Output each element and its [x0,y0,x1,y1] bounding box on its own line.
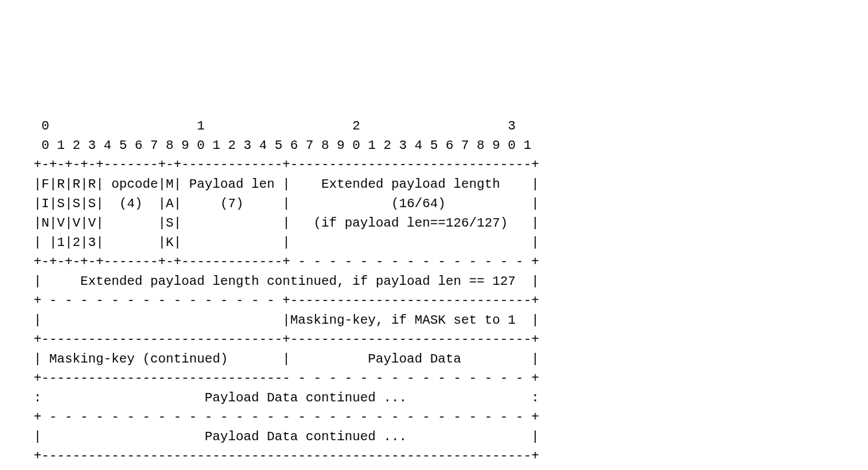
extended-payload-row: | Extended payload length continued, if … [26,274,539,289]
separator-4: +-------------------------------- - - - … [26,371,539,386]
separator-2: + - - - - - - - - - - - - - - - +-------… [26,293,539,308]
separator-5: + - - - - - - - - - - - - - - - - - - - … [26,410,539,425]
separator-1: +-+-+-+-+-------+-+-------------+ - - - … [26,254,539,269]
border-top: +-+-+-+-+-------+-+-------------+-------… [26,157,539,172]
masking-key-payload-row: | Masking-key (continued) | Payload Data… [26,352,539,366]
separator-3: +-------------------------------+-------… [26,332,539,347]
header-row-line4: | |1|2|3| |K| | | [26,235,539,250]
bit-ruler-tens: 0 1 2 3 [26,118,516,133]
header-row-line3: |N|V|V|V| |S| | (if payload len==126/127… [26,216,539,230]
masking-key-start-row: | |Masking-key, if MASK set to 1 | [26,313,539,328]
bit-ruler-ones: 0 1 2 3 4 5 6 7 8 9 0 1 2 3 4 5 6 7 8 9 … [26,138,531,153]
header-row-line1: |F|R|R|R| opcode|M| Payload len | Extend… [26,177,539,192]
payload-continued-row-2: | Payload Data continued ... | [26,429,539,444]
websocket-frame-diagram: 0 1 2 3 0 1 2 3 4 5 6 7 8 9 0 1 2 3 4 5 … [26,97,539,466]
payload-continued-row-1: : Payload Data continued ... : [26,390,539,405]
header-row-line2: |I|S|S|S| (4) |A| (7) | (16/64) | [26,196,539,211]
border-bottom: +---------------------------------------… [26,449,539,464]
